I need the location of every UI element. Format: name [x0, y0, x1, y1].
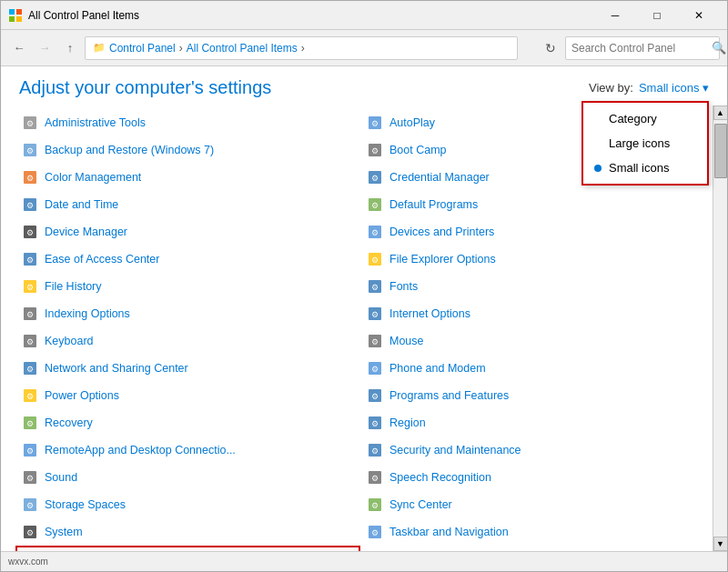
path-control-panel[interactable]: Control Panel: [109, 42, 176, 55]
cp-item-devices-and-printers[interactable]: ⚙ Devices and Printers: [360, 218, 705, 246]
svg-text:⚙: ⚙: [371, 256, 379, 265]
cp-item-label[interactable]: File Explorer Options: [389, 253, 496, 266]
cp-item-label[interactable]: System: [45, 526, 83, 538]
up-button[interactable]: ↑: [59, 37, 81, 59]
cp-item-backup-and-restore-(windows-7)[interactable]: ⚙ Backup and Restore (Windows 7): [15, 136, 360, 164]
forward-button[interactable]: →: [34, 37, 56, 59]
cp-item-recovery[interactable]: ⚙ Recovery: [15, 409, 360, 437]
cp-item-label[interactable]: Administrative Tools: [45, 116, 146, 129]
cp-item-label[interactable]: Sound: [45, 471, 77, 484]
cp-item-label[interactable]: Mouse: [389, 335, 424, 347]
cp-item-label[interactable]: Boot Camp: [389, 144, 447, 156]
view-by-button[interactable]: Small icons ▾: [639, 81, 709, 95]
cp-item-label[interactable]: Network and Sharing Center: [45, 362, 188, 375]
cp-item-label[interactable]: Security and Maintenance: [389, 444, 521, 457]
dropdown-label-large: Large icons: [609, 136, 670, 150]
cp-item-sound[interactable]: ⚙ Sound: [15, 464, 360, 491]
view-by-control: View by: Small icons ▾ Category Large ic…: [589, 81, 709, 95]
svg-text:⚙: ⚙: [26, 256, 34, 265]
close-button[interactable]: ✕: [678, 1, 720, 30]
cp-item-internet-options[interactable]: ⚙ Internet Options: [360, 300, 705, 327]
svg-text:⚙: ⚙: [371, 474, 379, 483]
path-all-items[interactable]: All Control Panel Items: [187, 42, 298, 55]
svg-text:⚙: ⚙: [371, 310, 379, 319]
cp-item-administrative-tools[interactable]: ⚙ Administrative Tools: [15, 109, 360, 136]
cp-item-speech-recognition[interactable]: ⚙ Speech Recognition: [360, 464, 705, 491]
svg-text:⚙: ⚙: [26, 474, 34, 483]
cp-item-label[interactable]: Internet Options: [389, 307, 470, 320]
cp-icon: ⚙: [366, 141, 384, 159]
cp-item-label[interactable]: Credential Manager: [389, 171, 490, 184]
back-button[interactable]: ←: [8, 37, 30, 59]
cp-item-label[interactable]: File History: [45, 280, 102, 293]
view-by-value: Small icons ▾: [639, 81, 709, 95]
svg-text:⚙: ⚙: [26, 501, 34, 510]
cp-item-color-management[interactable]: ⚙ Color Management: [15, 164, 360, 191]
cp-item-default-programs[interactable]: ⚙ Default Programs: [360, 191, 705, 218]
cp-item-mouse[interactable]: ⚙ Mouse: [360, 327, 705, 355]
cp-item-sync-center[interactable]: ⚙ Sync Center: [360, 491, 705, 518]
cp-icon: ⚙: [21, 496, 39, 514]
svg-text:⚙: ⚙: [371, 201, 379, 210]
cp-icon: ⚙: [366, 386, 384, 405]
cp-item-label[interactable]: Default Programs: [389, 198, 478, 211]
scrollbar-track-area: [713, 120, 727, 537]
cp-item-label[interactable]: Storage Spaces: [45, 498, 126, 511]
cp-item-label[interactable]: Color Management: [45, 171, 141, 184]
svg-text:⚙: ⚙: [371, 228, 379, 237]
maximize-button[interactable]: □: [636, 1, 678, 30]
cp-item-keyboard[interactable]: ⚙ Keyboard: [15, 327, 360, 355]
cp-icon: ⚙: [21, 523, 39, 541]
cp-item-label[interactable]: AutoPlay: [389, 116, 435, 129]
dropdown-item-category[interactable]: Category: [583, 106, 707, 131]
cp-item-indexing-options[interactable]: ⚙ Indexing Options: [15, 300, 360, 327]
cp-item-label[interactable]: Ease of Access Center: [45, 253, 159, 266]
cp-icon: ⚙: [366, 332, 384, 350]
cp-item-label[interactable]: Region: [389, 416, 426, 429]
cp-item-label[interactable]: Device Manager: [45, 226, 127, 238]
cp-item-file-history[interactable]: ⚙ File History: [15, 273, 360, 300]
search-box: 🔍: [565, 36, 720, 60]
dropdown-item-small[interactable]: Small icons: [583, 156, 707, 180]
dropdown-item-large[interactable]: Large icons: [583, 131, 707, 156]
cp-item-device-manager[interactable]: ⚙ Device Manager: [15, 218, 360, 246]
cp-item-label[interactable]: Power Options: [45, 389, 119, 402]
search-input[interactable]: [571, 42, 708, 55]
cp-item-label[interactable]: Programs and Features: [389, 389, 509, 402]
search-icon[interactable]: 🔍: [712, 41, 726, 55]
main-window: All Control Panel Items ─ □ ✕ ← → ↑ 📁 Co…: [0, 0, 728, 572]
cp-item-label[interactable]: Devices and Printers: [389, 226, 494, 238]
cp-item-date-and-time[interactable]: ⚙ Date and Time: [15, 191, 360, 218]
scrollbar-up[interactable]: ▲: [713, 105, 728, 120]
cp-item-label[interactable]: Speech Recognition: [389, 471, 491, 484]
minimize-button[interactable]: ─: [594, 1, 636, 30]
cp-item-region[interactable]: ⚙ Region: [360, 409, 705, 437]
cp-item-power-options[interactable]: ⚙ Power Options: [15, 382, 360, 409]
cp-item-label[interactable]: Keyboard: [45, 335, 94, 347]
dropdown-label-small: Small icons: [609, 161, 669, 175]
cp-item-network-and-sharing-center[interactable]: ⚙ Network and Sharing Center: [15, 355, 360, 382]
cp-item-label[interactable]: Phone and Modem: [389, 362, 486, 375]
cp-item-file-explorer-options[interactable]: ⚙ File Explorer Options: [360, 246, 705, 273]
cp-item-storage-spaces[interactable]: ⚙ Storage Spaces: [15, 491, 360, 518]
cp-item-label[interactable]: Recovery: [45, 416, 93, 429]
cp-icon: ⚙: [21, 305, 39, 323]
cp-item-label[interactable]: Taskbar and Navigation: [389, 526, 509, 538]
cp-item-programs-and-features[interactable]: ⚙ Programs and Features: [360, 382, 705, 409]
cp-item-label[interactable]: Date and Time: [45, 198, 118, 211]
cp-item-taskbar-and-navigation[interactable]: ⚙ Taskbar and Navigation: [360, 518, 705, 546]
refresh-button[interactable]: ↻: [540, 37, 561, 59]
cp-item-ease-of-access-center[interactable]: ⚙ Ease of Access Center: [15, 246, 360, 273]
cp-item-label[interactable]: Indexing Options: [45, 307, 130, 320]
cp-item-fonts[interactable]: ⚙ Fonts: [360, 273, 705, 300]
cp-item-security-and-maintenance[interactable]: ⚙ Security and Maintenance: [360, 437, 705, 464]
cp-item-remoteapp-and-desktop-connecti[interactable]: ⚙ RemoteApp and Desktop Connectio...: [15, 437, 360, 464]
scrollbar-down[interactable]: ▼: [713, 537, 728, 551]
cp-item-label[interactable]: Sync Center: [389, 498, 452, 511]
cp-item-label[interactable]: Fonts: [389, 280, 418, 293]
cp-item-label[interactable]: RemoteApp and Desktop Connectio...: [45, 444, 236, 457]
cp-item-label[interactable]: Backup and Restore (Windows 7): [45, 144, 214, 156]
cp-item-phone-and-modem[interactable]: ⚙ Phone and Modem: [360, 355, 705, 382]
scrollbar-thumb[interactable]: [714, 124, 727, 178]
cp-item-system[interactable]: ⚙ System: [15, 518, 360, 546]
